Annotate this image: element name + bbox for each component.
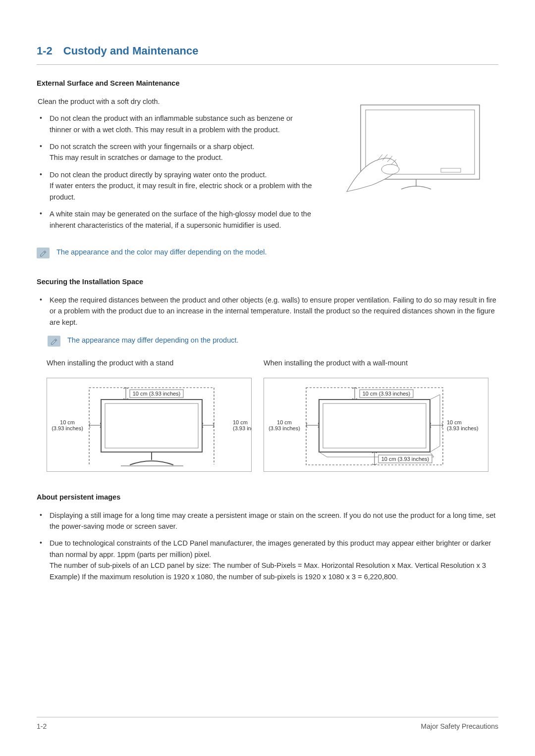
section-title: 1-2Custody and Maintenance: [37, 43, 498, 65]
svg-line-18: [89, 425, 90, 428]
svg-line-44: [442, 423, 443, 425]
svg-line-17: [89, 423, 90, 425]
cleaning-illustration: [342, 100, 485, 197]
dim-left-b: (3.93 inches): [268, 425, 300, 431]
svg-rect-3: [441, 168, 461, 172]
securing-heading: Securing the Installation Space: [37, 276, 498, 287]
securing-bullet-list: Keep the required distances between the …: [37, 295, 498, 328]
wall-clearance-diagram: 10 cm (3.93 inches) 10 cm (3.93 inches) …: [264, 378, 488, 475]
bullet-text: Do not clean the product directly by spr…: [50, 171, 267, 179]
svg-rect-28: [319, 400, 430, 452]
bullet-text: Do not clean the product with an inflamm…: [50, 114, 293, 133]
footer-right: Major Safety Precautions: [421, 721, 498, 732]
bullet-text: Displaying a still image for a long time…: [50, 511, 495, 530]
bullet-sub: This may result in scratches or damage t…: [50, 152, 314, 163]
diagram-caption-stand: When installing the product with a stand: [47, 357, 252, 368]
list-item: Keep the required distances between the …: [38, 295, 498, 328]
dim-left-a: 10 cm: [277, 419, 292, 425]
bullet-sub: If water enters the product, it may resu…: [50, 180, 314, 202]
dim-top: 10 cm (3.93 inches): [363, 391, 411, 397]
list-item: Displaying a still image for a long time…: [38, 510, 498, 532]
bullet-text: Keep the required distances between the …: [50, 296, 496, 326]
list-item: Due to technological constraints of the …: [38, 538, 498, 582]
diagram-caption-wall: When installing the product with a wall-…: [264, 357, 488, 368]
note-box: The appearance may differ depending on t…: [48, 335, 498, 347]
note-box: The appearance and the color may differ …: [37, 247, 498, 258]
dim-right-a: 10 cm: [233, 419, 248, 425]
note-icon: [37, 248, 50, 258]
list-item: A white stain may be generated on the su…: [38, 208, 314, 231]
svg-line-45: [442, 425, 443, 428]
note-text: The appearance may differ depending on t…: [67, 335, 239, 346]
dim-right-a: 10 cm: [447, 419, 462, 425]
svg-point-4: [381, 164, 399, 174]
note-icon: [48, 336, 60, 347]
external-intro: Clean the product with a soft dry cloth.: [38, 96, 314, 107]
footer-left: 1-2: [37, 721, 47, 732]
svg-rect-6: [101, 400, 202, 452]
section-number: 1-2: [37, 45, 53, 57]
persistent-bullet-list: Displaying a still image for a long time…: [37, 510, 498, 583]
dim-right-b: (3.93 inches): [447, 425, 479, 431]
svg-rect-29: [323, 403, 426, 448]
external-heading: External Surface and Screen Maintenance: [37, 78, 498, 89]
dim-bottom: 10 cm (3.93 inches): [381, 456, 429, 462]
section-title-text: Custody and Maintenance: [63, 45, 199, 57]
note-text: The appearance and the color may differ …: [56, 247, 267, 257]
svg-rect-7: [105, 403, 198, 448]
dim-left-b: (3.93 inches): [52, 425, 83, 431]
list-item: Do not scratch the screen with your fing…: [38, 141, 314, 163]
dim-right-b: (3.93 inches): [233, 425, 252, 431]
stand-clearance-diagram: 10 cm (3.93 inches) 10 cm (3.93 inches) …: [47, 378, 252, 475]
dim-top: 10 cm (3.93 inches): [133, 391, 181, 397]
bullet-text: A white stain may be generated on the su…: [50, 210, 311, 229]
bullet-sub: Example) If the maximum resolution is 19…: [50, 571, 498, 582]
bullet-text: Do not scratch the screen with your fing…: [50, 143, 254, 151]
external-bullet-list: Do not clean the product with an inflamm…: [37, 113, 314, 231]
bullet-text: Due to technological constraints of the …: [50, 539, 491, 558]
list-item: Do not clean the product with an inflamm…: [38, 113, 314, 135]
bullet-sub: The number of sub-pixels of an LCD panel…: [50, 560, 498, 571]
dim-left-a: 10 cm: [60, 419, 75, 425]
list-item: Do not clean the product directly by spr…: [38, 169, 314, 202]
page-footer: 1-2 Major Safety Precautions: [37, 717, 498, 732]
persistent-heading: About persistent images: [37, 492, 498, 503]
